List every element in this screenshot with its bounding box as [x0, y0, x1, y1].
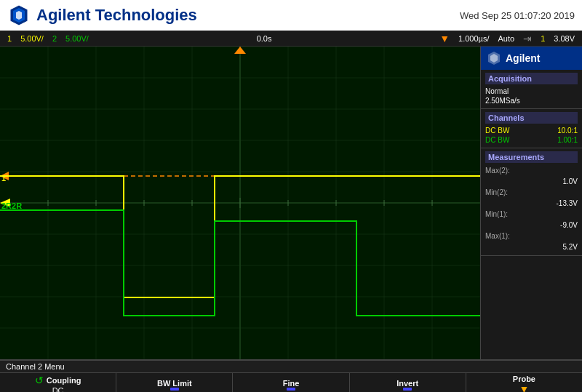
time-scale: 1.000µs/	[454, 31, 493, 46]
bwlimit-button[interactable]: BW Limit	[116, 373, 233, 392]
ch2-num[interactable]: 2	[48, 31, 61, 46]
agilent-small-logo	[487, 51, 501, 65]
company-name: Agilent Technologies	[36, 6, 197, 25]
bwlimit-label: BW Limit	[157, 379, 192, 388]
ch1-num[interactable]: 1	[3, 31, 16, 46]
fine-indicator	[287, 388, 295, 391]
ch2-scale: 5.00V/	[61, 31, 93, 46]
coupling-label: Coupling	[47, 376, 81, 385]
max2-row: Max(2):	[485, 165, 578, 176]
datetime: Wed Sep 25 01:07:20 2019	[460, 10, 575, 21]
ch1-probe: 10.0:1	[557, 127, 578, 135]
coupling-button[interactable]: ↺ Coupling DC	[0, 373, 116, 392]
ch1-row: DC BW 10.0:1	[485, 126, 578, 135]
invert-button[interactable]: Invert	[350, 373, 466, 392]
coupling-icon: ↺	[35, 375, 44, 386]
min1-label: Min(1):	[485, 210, 508, 218]
invert-label: Invert	[396, 379, 418, 388]
ch1-ground-marker: 1	[1, 174, 6, 183]
probe-top-row: Probe	[513, 375, 535, 383]
bottom-buttons: ↺ Coupling DC BW Limit Fine Invert	[0, 373, 582, 392]
max2-label: Max(2):	[485, 167, 510, 175]
ch1-scale: 5.00V/	[16, 31, 48, 46]
fine-label: Fine	[283, 379, 300, 388]
trigger-mode: Auto	[493, 31, 519, 46]
svg-marker-2	[16, 11, 22, 20]
max1-row: Max(1):	[485, 231, 578, 241]
coupling-top-row: ↺ Coupling	[35, 375, 81, 386]
acquisition-title: Acquisition	[485, 73, 578, 84]
max1-value-row: 5.2V	[485, 241, 578, 252]
min2-value: -13.3V	[557, 199, 578, 207]
min1-row: Min(1):	[485, 209, 578, 220]
invert-top-row: Invert	[396, 379, 418, 388]
acquisition-mode: Normal	[485, 87, 509, 95]
fine-top-row: Fine	[283, 379, 300, 388]
channel-menu-label: Channel 2 Menu	[0, 361, 582, 373]
acquisition-section: Acquisition Normal 2.50MSa/s	[481, 70, 582, 109]
coupling-value: DC	[52, 386, 64, 392]
time-position: 0.0s	[93, 31, 435, 46]
min1-value-row: -9.0V	[485, 220, 578, 231]
max2-value-row: 1.0V	[485, 176, 578, 187]
max2-value: 1.0V	[562, 177, 578, 185]
bwlimit-top-row: BW Limit	[157, 379, 192, 388]
panel-brand-name: Agilent	[506, 52, 540, 64]
statusbar: 1 5.00V/ 2 5.00V/ 0.0s ▼ 1.000µs/ Auto ⇥…	[0, 31, 582, 47]
grid-background	[0, 47, 480, 359]
scope-display: 1 2R2R	[0, 47, 480, 359]
max1-value: 5.2V	[562, 243, 578, 251]
channels-section: Channels DC BW 10.0:1 DC BW 1.00:1	[481, 109, 582, 148]
logo-area: Agilent Technologies	[7, 4, 197, 27]
acquisition-rate-row: 2.50MSa/s	[485, 96, 578, 105]
max1-label: Max(1):	[485, 232, 510, 240]
ch2-row: DC BW 1.00:1	[485, 135, 578, 145]
main-area: 1 2R2R Agilent Acquisition Normal 2.50MS…	[0, 47, 582, 359]
agilent-logo-icon	[7, 4, 31, 27]
ch2-coupling: DC BW	[485, 136, 509, 144]
channels-title: Channels	[485, 112, 578, 124]
invert-indicator	[403, 388, 412, 391]
right-panel: Agilent Acquisition Normal 2.50MSa/s Cha…	[480, 47, 582, 359]
acquisition-mode-row: Normal	[485, 87, 578, 96]
trigger-ch-num: 1	[536, 31, 549, 46]
probe-arrow-icon: ▼	[519, 383, 529, 392]
bwlimit-indicator	[170, 388, 179, 391]
probe-label: Probe	[513, 375, 535, 383]
trigger-level-icon: ⇥	[519, 31, 536, 46]
header: Agilent Technologies Wed Sep 25 01:07:20…	[0, 0, 582, 31]
probe-button[interactable]: Probe ▼	[466, 373, 582, 392]
measurements-title: Measurements	[485, 151, 578, 163]
min1-value: -9.0V	[560, 221, 578, 229]
panel-brand-header: Agilent	[481, 47, 582, 70]
ch2-probe: 1.00:1	[557, 136, 578, 144]
trigger-arrow: ▼	[435, 31, 454, 46]
min2-row: Min(2):	[485, 187, 578, 198]
ch2-ground-marker: 2R2R	[1, 201, 22, 210]
min2-label: Min(2):	[485, 188, 508, 196]
measurement-value: 3.08V	[549, 31, 579, 46]
min2-value-row: -13.3V	[485, 198, 578, 209]
measurements-section: Measurements Max(2): 1.0V Min(2): -13.3V…	[481, 148, 582, 256]
ch1-coupling: DC BW	[485, 127, 509, 135]
acquisition-rate: 2.50MSa/s	[485, 97, 520, 105]
bottom-bar: Channel 2 Menu ↺ Coupling DC BW Limit Fi…	[0, 359, 582, 392]
fine-button[interactable]: Fine	[233, 373, 349, 392]
